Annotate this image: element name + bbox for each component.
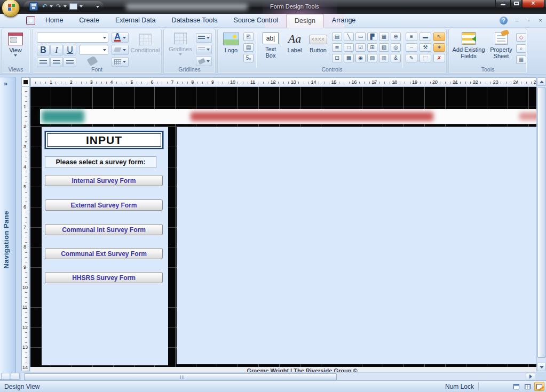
gridline-border-color-dropdown[interactable] [196, 57, 212, 66]
image-frame-icon[interactable]: ▧ [379, 43, 389, 52]
page-numbers-icon[interactable]: ▤ [243, 43, 254, 52]
horizontal-scrollbar[interactable] [21, 372, 536, 380]
db-close-icon[interactable]: × [536, 17, 545, 25]
restore-button[interactable] [511, 0, 522, 8]
tab-external-data[interactable]: External Data [107, 14, 164, 28]
gridline-color-button[interactable] [112, 57, 129, 67]
undo-icon[interactable]: ↶ [41, 2, 49, 11]
unbound-object-frame-icon[interactable]: ▭ [355, 33, 366, 41]
web-browser-icon[interactable]: ◎ [391, 43, 401, 52]
tab-database-tools[interactable]: Database Tools [164, 14, 226, 28]
form-right-panel[interactable] [177, 127, 536, 364]
hhsrs-survey-form-button[interactable]: HHSRS Survey Form [45, 272, 163, 283]
logo-button[interactable]: Logo [221, 33, 241, 53]
help-icon[interactable]: ? [500, 17, 508, 25]
combo-box-icon[interactable]: ▤ [332, 33, 342, 41]
minimize-button[interactable] [495, 0, 511, 8]
datasheet-view-button[interactable] [523, 382, 533, 391]
italic-button[interactable]: I [50, 45, 63, 55]
insert-chart-icon[interactable]: ▦ [379, 33, 389, 41]
property-sheet-button[interactable]: Property Sheet [487, 32, 515, 59]
access-form-icon[interactable] [26, 16, 35, 25]
redo-icon[interactable]: ↷ [54, 2, 63, 11]
underline-button[interactable]: U [64, 45, 76, 55]
date-time-icon[interactable]: 5₀ [243, 54, 254, 62]
scroll-up-button[interactable] [537, 77, 546, 86]
insert-page-icon[interactable]: ▩ [344, 54, 354, 62]
db-restore-icon[interactable]: ▫ [524, 17, 533, 25]
font-size-combobox[interactable] [80, 45, 108, 55]
form-selector-button[interactable] [21, 77, 30, 86]
fill-color-button[interactable] [112, 45, 129, 55]
redo-dropdown-icon[interactable] [64, 5, 67, 7]
conditional-button[interactable]: Conditional [130, 34, 161, 53]
select-tool-button[interactable]: ↖ [433, 33, 445, 41]
check-box-icon[interactable]: ☑ [355, 43, 366, 52]
option-group-icon[interactable]: ⊞ [367, 43, 377, 52]
line-type-dropdown[interactable]: ┄ [406, 43, 417, 52]
form-left-panel[interactable]: INPUT Please select a survey form: Inter… [42, 127, 168, 365]
form-window-dropdown-icon[interactable] [80, 5, 83, 7]
attachment-icon[interactable]: & [391, 54, 401, 62]
image-icon[interactable]: ▥ [379, 54, 389, 62]
navigation-pane-collapsed[interactable]: » Navigation Pane [0, 77, 16, 380]
text-box-button[interactable]: ab| Text Box [259, 33, 282, 59]
expand-navigation-pane-icon[interactable]: » [4, 79, 7, 87]
font-color-button[interactable]: A [112, 33, 129, 43]
view-code-icon[interactable]: ⌕ [516, 44, 526, 53]
option-button-icon[interactable]: ◉ [355, 54, 366, 62]
horizontal-scroll-thumb[interactable] [24, 373, 337, 380]
communal-int-survey-form-button[interactable]: Communal Int Survey Form [45, 224, 163, 235]
form-design-canvas[interactable]: INPUT Please select a survey form: Inter… [30, 87, 536, 372]
vertical-ruler[interactable]: 1234567891011121314 [21, 87, 30, 371]
select-all-button[interactable]: ⬚ [420, 54, 431, 62]
title-button-icon[interactable]: ⎘ [243, 33, 254, 41]
vertical-scroll-thumb[interactable] [537, 87, 545, 358]
tab-create[interactable]: Create [71, 14, 107, 28]
form-prompt-label[interactable]: Please select a survey form: [45, 156, 156, 168]
design-view-button[interactable] [534, 382, 544, 391]
line-color-dropdown[interactable]: ✎ [406, 54, 417, 62]
control-wizards-button[interactable]: ✶ [433, 43, 445, 52]
communal-ext-survey-form-button[interactable]: Communal Ext Survey Form [45, 248, 163, 259]
rectangle-icon[interactable]: □ [344, 43, 354, 52]
gridlines-button[interactable]: Gridlines [167, 33, 194, 55]
toggle-button-icon[interactable]: ▨ [367, 54, 377, 62]
form-window-icon[interactable] [69, 3, 77, 10]
view-dropdown-icon[interactable] [14, 54, 17, 57]
gridline-style-dropdown[interactable] [196, 45, 212, 54]
tab-home[interactable]: Home [37, 14, 71, 28]
external-survey-form-button[interactable]: External Survey Form [45, 199, 163, 211]
db-minimize-icon[interactable]: – [512, 17, 521, 25]
subform-icon[interactable]: ⊡ [332, 54, 342, 62]
tab-control-icon[interactable]: ▛ [367, 33, 377, 41]
vertical-scrollbar[interactable] [536, 77, 545, 372]
tab-source-control[interactable]: Source Control [226, 14, 286, 28]
scrollbar-mini-tab-1[interactable] [1, 373, 10, 380]
tab-design[interactable]: Design [286, 14, 324, 28]
activex-controls-button[interactable]: ⚒ [420, 43, 431, 52]
button-button[interactable]: XXXX Button [306, 33, 330, 53]
undo-dropdown-icon[interactable] [50, 5, 53, 7]
line-thickness-dropdown[interactable]: ≡ [406, 33, 417, 41]
internal-survey-form-button[interactable]: Internal Survey Form [45, 175, 163, 186]
tab-arrange[interactable]: Arrange [324, 14, 363, 28]
scroll-right-button[interactable] [526, 373, 535, 380]
list-box-icon[interactable]: ≣ [332, 43, 342, 52]
close-button[interactable]: × [522, 0, 544, 8]
macro-diagram-icon[interactable]: ◇ [516, 33, 526, 42]
form-title-box[interactable]: INPUT [45, 131, 163, 149]
bold-button[interactable]: B [37, 45, 50, 55]
remove-button[interactable]: ✗ [433, 54, 445, 62]
scroll-down-button[interactable] [537, 363, 546, 371]
shape-dropdown[interactable]: ▬ [420, 33, 431, 41]
format-painter-icon[interactable] [87, 55, 98, 66]
add-existing-fields-button[interactable]: Add Existing Fields [451, 32, 486, 59]
insert-hyperlink-icon[interactable]: ⊕ [391, 33, 401, 41]
gridline-width-dropdown[interactable] [196, 33, 212, 43]
form-header-band[interactable] [40, 109, 536, 124]
scrollbar-mini-tab-2[interactable] [11, 373, 20, 380]
font-name-combobox[interactable] [37, 33, 108, 43]
form-view-button[interactable] [511, 382, 521, 391]
view-button[interactable]: View [8, 33, 23, 57]
